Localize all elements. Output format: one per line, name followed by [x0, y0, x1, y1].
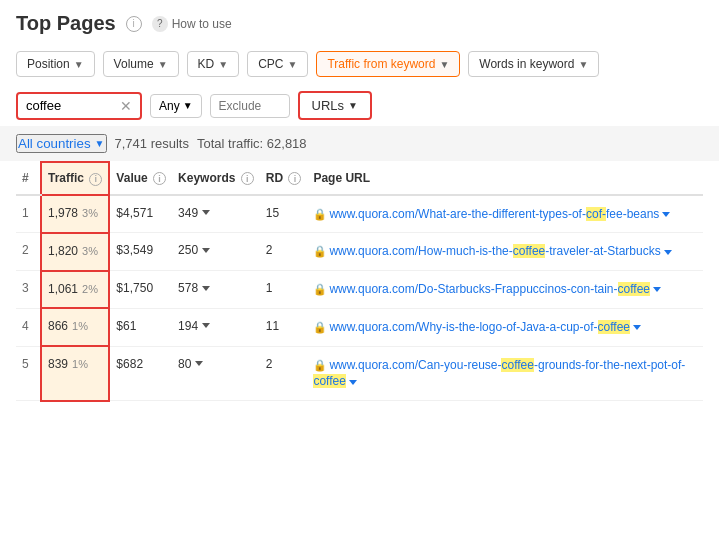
row-num: 5 — [16, 346, 41, 401]
lock-icon: 🔒 — [313, 245, 327, 257]
page-container: Top Pages i ? How to use Position ▼ Volu… — [0, 0, 719, 402]
search-row: ✕ Any ▼ URLs ▼ — [0, 85, 719, 126]
chevron-down-icon: ▼ — [439, 59, 449, 70]
table-container: # Traffic i Value i Keywords i RD i Page… — [0, 161, 719, 402]
filters-row: Position ▼ Volume ▼ KD ▼ CPC ▼ Traffic f… — [0, 43, 719, 85]
chevron-down-icon: ▼ — [218, 59, 228, 70]
keyword-search-input[interactable] — [26, 98, 116, 113]
url-dropdown-icon[interactable] — [664, 250, 672, 255]
row-keywords: 194 — [172, 308, 260, 346]
keywords-dropdown-icon[interactable] — [202, 286, 210, 291]
title-info-icon[interactable]: i — [126, 16, 142, 32]
filter-cpc[interactable]: CPC ▼ — [247, 51, 308, 77]
chevron-down-icon: ▼ — [348, 100, 358, 111]
url-link[interactable]: www.quora.com/Can-you-reuse-coffee-groun… — [313, 358, 685, 389]
chevron-down-icon: ▼ — [74, 59, 84, 70]
chevron-down-icon: ▼ — [578, 59, 588, 70]
country-filter-button[interactable]: All countries ▼ — [16, 134, 107, 153]
url-link[interactable]: www.quora.com/How-much-is-the-coffee-tra… — [329, 244, 660, 258]
url-dropdown-icon[interactable] — [662, 212, 670, 217]
highlight-coffee: coffee — [513, 244, 545, 258]
row-url: 🔒www.quora.com/Why-is-the-logo-of-Java-a… — [307, 308, 703, 346]
traffic-info-icon[interactable]: i — [89, 173, 102, 186]
any-button[interactable]: Any ▼ — [150, 94, 202, 118]
row-rd: 2 — [260, 233, 308, 271]
row-keywords: 250 — [172, 233, 260, 271]
row-rd: 15 — [260, 195, 308, 233]
clear-search-icon[interactable]: ✕ — [120, 98, 132, 114]
lock-icon: 🔒 — [313, 359, 327, 371]
keyword-search-box: ✕ — [16, 92, 142, 120]
chevron-down-icon: ▼ — [183, 100, 193, 111]
filter-kd[interactable]: KD ▼ — [187, 51, 240, 77]
total-traffic-label: Total traffic: 62,818 — [197, 136, 307, 151]
row-traffic: 866 1% — [41, 308, 109, 346]
top-pages-table: # Traffic i Value i Keywords i RD i Page… — [16, 161, 703, 402]
lock-icon: 🔒 — [313, 208, 327, 220]
lock-icon: 🔒 — [313, 321, 327, 333]
highlight-coffee: coffee — [598, 320, 630, 334]
row-rd: 1 — [260, 271, 308, 309]
row-keywords: 349 — [172, 195, 260, 233]
row-traffic: 1,061 2% — [41, 271, 109, 309]
col-header-rd: RD i — [260, 162, 308, 195]
filter-words-keyword[interactable]: Words in keyword ▼ — [468, 51, 599, 77]
row-url: 🔒www.quora.com/Can-you-reuse-coffee-grou… — [307, 346, 703, 401]
keywords-dropdown-icon[interactable] — [195, 361, 203, 366]
rd-info-icon[interactable]: i — [288, 172, 301, 185]
url-dropdown-icon[interactable] — [349, 380, 357, 385]
row-url: 🔒www.quora.com/Do-Starbucks-Frappuccinos… — [307, 271, 703, 309]
row-num: 4 — [16, 308, 41, 346]
results-count: 7,741 results — [115, 136, 189, 151]
filter-position[interactable]: Position ▼ — [16, 51, 95, 77]
row-keywords: 578 — [172, 271, 260, 309]
lock-icon: 🔒 — [313, 283, 327, 295]
row-traffic: 1,820 3% — [41, 233, 109, 271]
table-row: 2 1,820 3% $3,549 250 2 🔒www.quora.com/H… — [16, 233, 703, 271]
keywords-info-icon[interactable]: i — [241, 172, 254, 185]
row-rd: 11 — [260, 308, 308, 346]
exclude-input[interactable] — [210, 94, 290, 118]
col-header-value: Value i — [109, 162, 172, 195]
urls-button[interactable]: URLs ▼ — [298, 91, 372, 120]
row-value: $682 — [109, 346, 172, 401]
row-value: $1,750 — [109, 271, 172, 309]
value-info-icon[interactable]: i — [153, 172, 166, 185]
how-to-use-link[interactable]: ? How to use — [152, 16, 232, 32]
filter-traffic-keyword[interactable]: Traffic from keyword ▼ — [316, 51, 460, 77]
keywords-dropdown-icon[interactable] — [202, 210, 210, 215]
chevron-down-icon: ▼ — [287, 59, 297, 70]
row-num: 2 — [16, 233, 41, 271]
row-rd: 2 — [260, 346, 308, 401]
highlight-coffee2: coffee — [313, 374, 345, 388]
filter-volume[interactable]: Volume ▼ — [103, 51, 179, 77]
url-link[interactable]: www.quora.com/Why-is-the-logo-of-Java-a-… — [329, 320, 630, 334]
row-traffic: 1,978 3% — [41, 195, 109, 233]
chevron-down-icon: ▼ — [158, 59, 168, 70]
url-link[interactable]: www.quora.com/Do-Starbucks-Frappuccinos-… — [329, 282, 650, 296]
table-header-row: # Traffic i Value i Keywords i RD i Page… — [16, 162, 703, 195]
header: Top Pages i ? How to use — [0, 0, 719, 43]
keywords-dropdown-icon[interactable] — [202, 323, 210, 328]
page-title: Top Pages — [16, 12, 116, 35]
keywords-dropdown-icon[interactable] — [202, 248, 210, 253]
col-header-num: # — [16, 162, 41, 195]
highlight-cof: cof- — [586, 207, 606, 221]
results-bar: All countries ▼ 7,741 results Total traf… — [0, 126, 719, 161]
table-row: 5 839 1% $682 80 2 🔒www.quora.com/Can-yo… — [16, 346, 703, 401]
url-dropdown-icon[interactable] — [633, 325, 641, 330]
row-num: 1 — [16, 195, 41, 233]
table-row: 4 866 1% $61 194 11 🔒www.quora.com/Why-i… — [16, 308, 703, 346]
row-keywords: 80 — [172, 346, 260, 401]
col-header-traffic: Traffic i — [41, 162, 109, 195]
row-value: $3,549 — [109, 233, 172, 271]
url-dropdown-icon[interactable] — [653, 287, 661, 292]
chevron-down-icon: ▼ — [95, 138, 105, 149]
url-link[interactable]: www.quora.com/What-are-the-different-typ… — [329, 207, 659, 221]
highlight-coffee: coffee — [501, 358, 533, 372]
row-value: $4,571 — [109, 195, 172, 233]
table-row: 1 1,978 3% $4,571 349 15 🔒www.quora.com/… — [16, 195, 703, 233]
row-url: 🔒www.quora.com/How-much-is-the-coffee-tr… — [307, 233, 703, 271]
question-icon: ? — [152, 16, 168, 32]
col-header-url: Page URL — [307, 162, 703, 195]
